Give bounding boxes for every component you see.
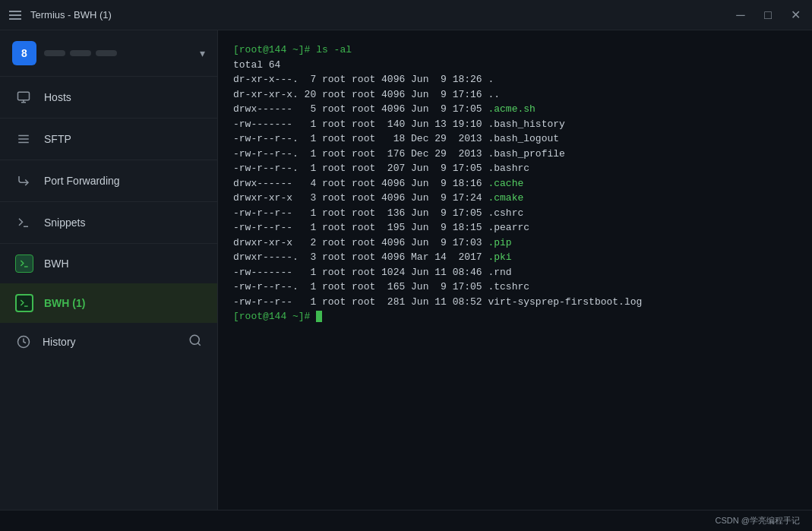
hosts-label: Hosts — [44, 91, 71, 103]
terminal-icon-bwh1 — [15, 294, 33, 312]
hosts-icon — [15, 89, 32, 106]
history-left: History — [15, 333, 76, 350]
term-line-11: -rw-r--r-- 1 root root 136 Jun 9 17:05 .… — [233, 206, 797, 221]
sftp-icon — [15, 131, 32, 147]
sftp-label: SFTP — [44, 133, 71, 145]
history-label: History — [43, 336, 76, 348]
sidebar-item-snippets[interactable]: Snippets — [0, 202, 217, 244]
account-badge: 8 — [12, 41, 36, 65]
watermark-text: CSDN @学亮编程手记 — [716, 515, 800, 526]
svg-line-8 — [197, 343, 200, 345]
account-selector[interactable]: 8 ▾ — [0, 30, 217, 77]
search-icon[interactable] — [188, 333, 202, 350]
term-line-8: -rw-r--r--. 1 root root 207 Jun 9 17:05 … — [233, 161, 797, 176]
term-line-14: drwxr-----. 3 root root 4096 Mar 14 2017… — [233, 250, 797, 265]
svg-rect-0 — [18, 92, 30, 100]
term-line-13: drwxr-xr-x 2 root root 4096 Jun 9 17:03 … — [233, 235, 797, 251]
term-line-12: -rw-r--r-- 1 root root 195 Jun 9 18:15 .… — [233, 220, 797, 235]
term-line-5: -rw------- 1 root root 140 Jun 13 19:10 … — [233, 117, 797, 132]
account-dot-3 — [96, 50, 117, 56]
term-line-9: drwx------ 4 root root 4096 Jun 9 18:16 … — [233, 176, 797, 191]
term-line-0: [root@144 ~]# ls -al — [233, 43, 797, 58]
term-line-2: dr-xr-x---. 7 root root 4096 Jun 9 18:26… — [233, 72, 797, 87]
snippets-icon — [15, 214, 32, 231]
term-line-16: -rw-r--r--. 1 root root 165 Jun 9 17:05 … — [233, 280, 797, 295]
term-line-3: dr-xr-xr-x. 20 root root 4096 Jun 9 17:1… — [233, 87, 797, 103]
close-button[interactable]: ✕ — [788, 8, 803, 23]
main-content: 8 ▾ Hosts — [0, 30, 812, 510]
term-line-4: drwx------ 5 root root 4096 Jun 9 17:05 … — [233, 102, 797, 117]
terminal-icon-bwh — [15, 254, 33, 273]
bwh-label: BWH — [44, 258, 69, 270]
minimize-button[interactable]: ─ — [733, 8, 748, 23]
term-line-10: drwxr-xr-x 3 root root 4096 Jun 9 17:24 … — [233, 191, 797, 206]
session-bwh-1[interactable]: BWH (1) — [0, 283, 217, 323]
terminal-area[interactable]: [root@144 ~]# ls -al total 64 dr-xr-x---… — [218, 30, 812, 510]
maximize-button[interactable]: □ — [760, 8, 776, 23]
port-forwarding-label: Port Forwarding — [44, 175, 120, 187]
sidebar-item-sftp[interactable]: SFTP — [0, 119, 217, 160]
term-line-18: [root@144 ~]# — [233, 309, 797, 324]
account-dot-2 — [70, 50, 91, 56]
titlebar: Termius - BWH (1) ─ □ ✕ — [0, 0, 812, 30]
term-line-15: -rw------- 1 root root 1024 Jun 11 08:46… — [233, 265, 797, 280]
footer: CSDN @学亮编程手记 — [0, 510, 812, 531]
session-bwh[interactable]: BWH — [0, 244, 217, 283]
term-line-7: -rw-r--r--. 1 root root 176 Dec 29 2013 … — [233, 147, 797, 162]
svg-point-7 — [190, 335, 199, 344]
titlebar-controls: ─ □ ✕ — [733, 8, 803, 23]
bwh1-label: BWH (1) — [44, 297, 85, 309]
account-dot-1 — [44, 50, 65, 56]
titlebar-left: Termius - BWH (1) — [9, 9, 112, 21]
portforward-icon — [15, 172, 32, 189]
menu-icon[interactable] — [9, 11, 21, 20]
term-line-17: -rw-r--r-- 1 root root 281 Jun 11 08:52 … — [233, 295, 797, 310]
term-line-1: total 64 — [233, 58, 797, 73]
snippets-label: Snippets — [44, 217, 85, 229]
sidebar-item-port-forwarding[interactable]: Port Forwarding — [0, 160, 217, 202]
history-icon — [15, 333, 32, 350]
titlebar-title: Termius - BWH (1) — [30, 9, 112, 21]
term-line-6: -rw-r--r--. 1 root root 18 Dec 29 2013 .… — [233, 131, 797, 147]
account-info — [44, 50, 200, 56]
sidebar-item-hosts[interactable]: Hosts — [0, 77, 217, 119]
sidebar-item-history[interactable]: History — [0, 323, 217, 361]
chevron-down-icon: ▾ — [200, 47, 205, 59]
sidebar: 8 ▾ Hosts — [0, 30, 218, 510]
